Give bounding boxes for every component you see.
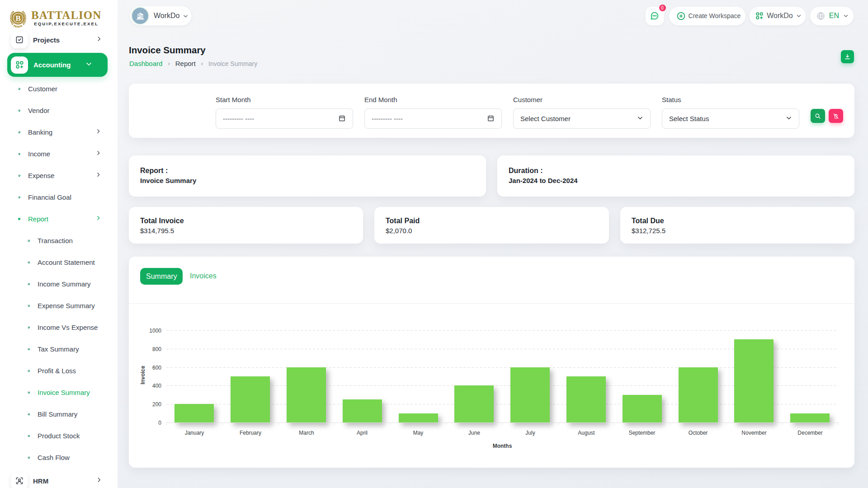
svg-text:B: B	[15, 14, 21, 23]
